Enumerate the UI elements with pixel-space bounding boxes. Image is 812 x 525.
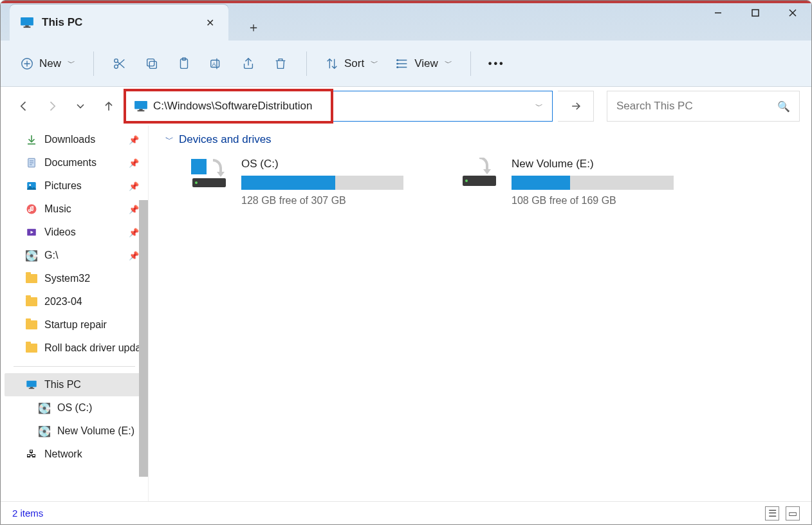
svg-rect-43 xyxy=(191,159,198,166)
sidebar-item-roll-back-driver-update[interactable]: Roll back driver update xyxy=(1,336,148,360)
view-button[interactable]: View ﹀ xyxy=(389,51,459,77)
plus-circle-icon xyxy=(20,57,34,71)
drive-usage-bar xyxy=(512,176,674,190)
sidebar-item-downloads[interactable]: Downloads📌 xyxy=(1,128,148,151)
sidebar-item-videos[interactable]: Videos📌 xyxy=(1,221,148,244)
document-icon xyxy=(25,156,38,169)
sort-button[interactable]: Sort ﹀ xyxy=(318,51,385,77)
sidebar-item-drive-e[interactable]: 💽 New Volume (E:) xyxy=(1,419,148,443)
svg-point-50 xyxy=(465,180,468,182)
minimize-button[interactable] xyxy=(699,1,737,25)
sidebar-item-pictures[interactable]: Pictures📌 xyxy=(1,174,148,198)
drive-icon xyxy=(460,158,501,190)
rename-button[interactable]: A xyxy=(202,51,230,77)
section-devices-and-drives[interactable]: ﹀ Devices and drives xyxy=(165,133,798,146)
network-icon: 🖧 xyxy=(25,448,38,461)
folder-icon xyxy=(25,272,38,285)
close-window-button[interactable] xyxy=(774,1,811,25)
search-icon: 🔍 xyxy=(777,100,790,113)
pictures-icon xyxy=(25,180,38,192)
clipboard-icon xyxy=(177,57,191,71)
svg-point-11 xyxy=(115,64,118,68)
content-area: ﹀ Devices and drives OS (C:)128 GB free … xyxy=(149,125,811,501)
folder-icon xyxy=(25,295,38,308)
more-button[interactable]: ••• xyxy=(483,51,511,77)
sidebar-item-label: This PC xyxy=(44,379,81,391)
address-bar[interactable]: ﹀ xyxy=(125,91,553,122)
rename-icon: A xyxy=(209,57,223,71)
pin-icon: 📌 xyxy=(129,228,139,237)
address-input[interactable] xyxy=(153,91,526,121)
recent-locations-button[interactable] xyxy=(69,95,92,118)
sidebar-item-label: OS (C:) xyxy=(57,402,92,414)
sidebar-item-label: New Volume (E:) xyxy=(57,425,134,437)
search-input[interactable] xyxy=(616,100,777,113)
section-title: Devices and drives xyxy=(179,133,272,146)
sidebar-item-this-pc[interactable]: This PC xyxy=(5,373,144,396)
view-icon xyxy=(395,57,409,71)
drive-icon: 💽 xyxy=(38,425,51,438)
ellipsis-icon: ••• xyxy=(488,58,505,69)
sidebar-item-documents[interactable]: Documents📌 xyxy=(1,151,148,174)
sidebar-item-label: Pictures xyxy=(44,180,82,192)
forward-button[interactable] xyxy=(41,95,64,118)
svg-point-26 xyxy=(397,66,398,68)
svg-point-10 xyxy=(115,59,118,62)
up-button[interactable] xyxy=(97,95,120,118)
chevron-down-icon: ﹀ xyxy=(165,134,174,145)
sidebar-item-startup-repair[interactable]: Startup repair xyxy=(1,313,148,336)
tiles-view-button[interactable]: ▭ xyxy=(786,506,800,520)
trash-icon xyxy=(273,57,288,71)
sidebar-item-label: Downloads xyxy=(44,134,95,145)
back-button[interactable] xyxy=(12,95,35,118)
drive-item[interactable]: OS (C:)128 GB free of 307 GB xyxy=(190,158,421,207)
copy-button[interactable] xyxy=(138,51,166,77)
svg-point-25 xyxy=(397,63,398,64)
pin-icon: 📌 xyxy=(129,251,139,261)
pin-icon: 📌 xyxy=(129,135,139,145)
tab-title: This PC xyxy=(42,16,201,29)
videos-icon xyxy=(25,226,38,239)
scrollbar[interactable] xyxy=(139,200,148,477)
sidebar-item-g-[interactable]: 💽G:\📌 xyxy=(1,244,148,267)
sidebar-item-label: G:\ xyxy=(44,250,58,261)
sort-icon xyxy=(325,57,339,71)
sidebar-item-label: Videos xyxy=(44,226,76,238)
status-bar: 2 items ☰ ▭ xyxy=(1,501,811,524)
sidebar-item-network[interactable]: 🖧 Network xyxy=(1,443,148,466)
sidebar-item-drive-c[interactable]: 💽 OS (C:) xyxy=(1,396,148,419)
svg-rect-40 xyxy=(30,387,33,388)
toolbar: New ﹀ A Sort ﹀ View ﹀ ••• xyxy=(1,41,811,87)
drive-item[interactable]: New Volume (E:)108 GB free of 169 GB xyxy=(460,158,692,207)
search-box[interactable]: 🔍 xyxy=(607,91,800,122)
maximize-button[interactable] xyxy=(737,1,774,25)
address-history-button[interactable]: ﹀ xyxy=(526,101,552,112)
cut-button[interactable] xyxy=(106,51,134,77)
sidebar-item-music[interactable]: Music📌 xyxy=(1,198,148,221)
sidebar-item-system32[interactable]: System32 xyxy=(1,267,148,290)
new-button[interactable]: New ﹀ xyxy=(14,51,82,77)
sidebar: Downloads📌Documents📌Pictures📌Music📌Video… xyxy=(1,125,149,501)
close-tab-button[interactable]: ✕ xyxy=(201,14,219,32)
svg-point-36 xyxy=(29,184,31,186)
status-text: 2 items xyxy=(12,508,43,519)
copy-icon xyxy=(145,57,159,71)
new-tab-button[interactable]: ＋ xyxy=(240,14,267,41)
go-button[interactable] xyxy=(558,91,594,122)
drive-icon: 💽 xyxy=(25,249,38,262)
scissors-icon xyxy=(113,57,127,71)
paste-button[interactable] xyxy=(170,51,198,77)
share-button[interactable] xyxy=(234,51,263,77)
details-view-button[interactable]: ☰ xyxy=(765,506,779,520)
svg-rect-28 xyxy=(139,109,142,111)
pin-icon: 📌 xyxy=(129,205,139,214)
chevron-down-icon: ﹀ xyxy=(371,58,378,69)
sidebar-item-2023-04[interactable]: 2023-04 xyxy=(1,290,148,313)
drive-name: OS (C:) xyxy=(241,158,421,170)
window-tab[interactable]: This PC ✕ xyxy=(10,5,228,41)
drive-name: New Volume (E:) xyxy=(512,158,692,170)
svg-rect-14 xyxy=(149,61,156,68)
svg-rect-2 xyxy=(24,26,31,28)
drive-free-text: 128 GB free of 307 GB xyxy=(241,195,421,207)
delete-button[interactable] xyxy=(266,51,295,77)
